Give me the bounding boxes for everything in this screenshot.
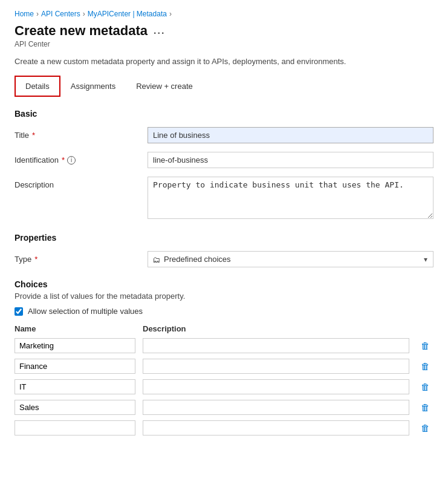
choice-desc-1[interactable] bbox=[143, 359, 409, 374]
type-select-wrapper: 🗂 Predefined choices String Number Boole… bbox=[148, 251, 433, 267]
breadcrumb-myapicenter[interactable]: MyAPICenter | Metadata bbox=[88, 10, 167, 18]
choice-row-3: 🗑 bbox=[15, 399, 433, 416]
type-required: * bbox=[34, 255, 37, 264]
type-label: Type * bbox=[15, 251, 148, 264]
title-control bbox=[148, 127, 433, 143]
breadcrumb-sep1: › bbox=[36, 10, 39, 18]
choice-delete-2[interactable]: 🗑 bbox=[417, 378, 433, 395]
breadcrumb-sep3: › bbox=[169, 10, 172, 18]
identification-required: * bbox=[62, 155, 65, 165]
choice-desc-3[interactable] bbox=[143, 400, 409, 415]
description-row: Description Property to indicate busines… bbox=[15, 177, 433, 221]
choices-description: Provide a list of values for the metadat… bbox=[15, 292, 433, 301]
breadcrumb-home[interactable]: Home bbox=[15, 10, 34, 18]
page-description: Create a new custom metadata property an… bbox=[15, 57, 433, 66]
choice-row-1: 🗑 bbox=[15, 357, 433, 374]
choice-row-0: 🗑 bbox=[15, 337, 433, 354]
breadcrumb: Home › API Centers › MyAPICenter | Metad… bbox=[15, 10, 433, 18]
tab-assignments[interactable]: Assignments bbox=[60, 76, 126, 96]
basic-section-title: Basic bbox=[15, 109, 433, 119]
allow-multiple-checkbox[interactable] bbox=[15, 307, 23, 316]
choice-delete-1[interactable]: 🗑 bbox=[417, 357, 433, 374]
page-menu-button[interactable]: ... bbox=[154, 25, 165, 36]
description-textarea[interactable]: Property to indicate business unit that … bbox=[148, 177, 433, 219]
allow-multiple-label: Allow selection of multiple values bbox=[28, 307, 143, 316]
identification-info-icon[interactable]: i bbox=[67, 156, 76, 165]
type-row: Type * 🗂 Predefined choices String Numbe… bbox=[15, 251, 433, 267]
choice-delete-4[interactable]: 🗑 bbox=[417, 419, 433, 436]
choices-header: Name Description bbox=[15, 324, 433, 333]
choice-name-1[interactable] bbox=[15, 359, 135, 374]
page-title-row: Create new metadata ... bbox=[15, 23, 433, 39]
choice-name-3[interactable] bbox=[15, 400, 135, 415]
tab-bar: Details Assignments Review + create bbox=[15, 76, 433, 97]
title-required: * bbox=[32, 131, 35, 140]
choice-name-4[interactable] bbox=[15, 420, 135, 435]
description-label: Description bbox=[15, 177, 148, 189]
properties-section-title: Properties bbox=[15, 233, 433, 243]
type-select[interactable]: Predefined choices String Number Boolean… bbox=[148, 251, 433, 267]
choice-row-2: 🗑 bbox=[15, 378, 433, 395]
choice-name-2[interactable] bbox=[15, 379, 135, 394]
col-name-header: Name bbox=[15, 324, 135, 333]
choice-name-0[interactable] bbox=[15, 338, 135, 353]
choices-title: Choices bbox=[15, 279, 433, 289]
tab-review-create[interactable]: Review + create bbox=[126, 76, 203, 96]
breadcrumb-api-centers[interactable]: API Centers bbox=[41, 10, 80, 18]
description-control: Property to indicate business unit that … bbox=[148, 177, 433, 221]
col-description-header: Description bbox=[143, 324, 412, 333]
identification-row: Identification * i bbox=[15, 152, 433, 168]
page-subtitle: API Center bbox=[15, 40, 433, 48]
choice-desc-4[interactable] bbox=[143, 420, 409, 435]
choice-row-4: 🗑 bbox=[15, 419, 433, 436]
identification-input[interactable] bbox=[148, 152, 433, 168]
page-title: Create new metadata bbox=[15, 23, 148, 39]
breadcrumb-sep2: › bbox=[83, 10, 85, 18]
identification-label: Identification * i bbox=[15, 152, 148, 165]
choice-delete-0[interactable]: 🗑 bbox=[417, 337, 433, 354]
choice-desc-0[interactable] bbox=[143, 338, 409, 353]
title-input[interactable] bbox=[148, 127, 433, 143]
title-label: Title * bbox=[15, 127, 148, 140]
tab-details[interactable]: Details bbox=[15, 76, 60, 97]
choice-delete-3[interactable]: 🗑 bbox=[417, 399, 433, 416]
choice-desc-2[interactable] bbox=[143, 379, 409, 394]
title-row: Title * bbox=[15, 127, 433, 143]
identification-control bbox=[148, 152, 433, 168]
allow-multiple-row: Allow selection of multiple values bbox=[15, 307, 433, 316]
choices-section: Choices Provide a list of values for the… bbox=[15, 279, 433, 436]
choices-table: Name Description 🗑 🗑 🗑 🗑 bbox=[15, 324, 433, 436]
